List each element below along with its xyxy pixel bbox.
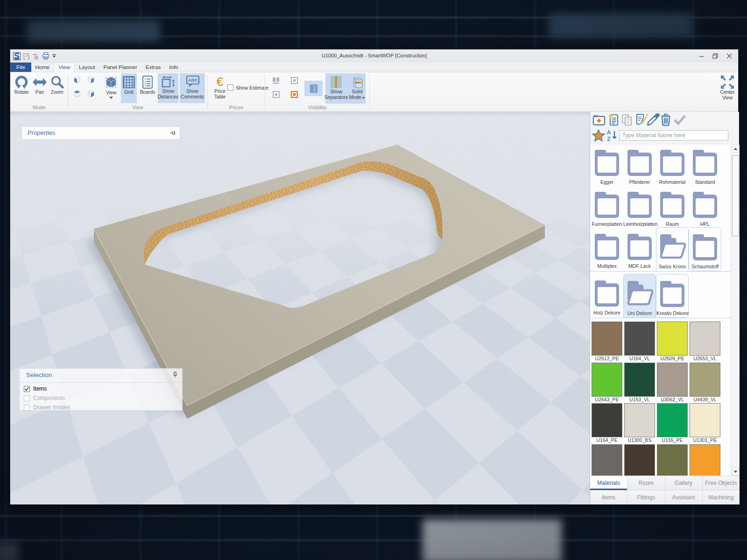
material-search-input[interactable] bbox=[619, 130, 728, 140]
maximize-button[interactable] bbox=[708, 49, 722, 63]
panel-tab-materials[interactable]: Materials bbox=[590, 476, 627, 490]
favorites-star-icon[interactable] bbox=[592, 129, 605, 142]
show-comments-button[interactable]: ABC Show Comments bbox=[180, 73, 205, 103]
panel-tab-assistant[interactable]: Assistant bbox=[665, 490, 703, 504]
material-swatch-U155_PE[interactable]: U155_PE bbox=[656, 403, 689, 443]
checkbox-unchecked[interactable] bbox=[24, 405, 30, 411]
panel-tab-free-objects[interactable]: Free Objects bbox=[703, 476, 740, 490]
material-swatch-U4439_VL[interactable]: U4439_VL bbox=[689, 363, 721, 402]
folder-swiss-krono[interactable]: Swiss Krono bbox=[656, 227, 689, 271]
tab-extras[interactable]: Extras bbox=[141, 63, 165, 72]
tab-home[interactable]: Home bbox=[31, 63, 54, 72]
copy-icon[interactable] bbox=[621, 114, 633, 126]
panel-tab-room[interactable]: Room bbox=[627, 476, 665, 490]
materials-scrollbar[interactable] bbox=[731, 145, 740, 476]
delete-icon[interactable] bbox=[660, 113, 672, 126]
visibility-doors-button[interactable] bbox=[304, 81, 323, 96]
show-distances-button[interactable]: Show Distances bbox=[158, 73, 178, 103]
print-icon[interactable] bbox=[42, 52, 49, 60]
rotate-button[interactable]: Rotate bbox=[11, 73, 32, 103]
show-estimate-checkbox[interactable]: Show Estimate bbox=[227, 84, 268, 91]
tab-panel-planner[interactable]: Panel Planner bbox=[99, 63, 141, 72]
checkbox-checked[interactable] bbox=[24, 386, 30, 392]
new-material-icon[interactable] bbox=[607, 113, 620, 126]
view-dropdown-button[interactable]: View bbox=[100, 73, 122, 103]
checkbox-components[interactable]: Components bbox=[24, 395, 65, 401]
checkbox-drawer-insides[interactable]: Drawer Insides bbox=[24, 404, 70, 411]
visibility-sides-button[interactable] bbox=[271, 90, 281, 99]
panel-tab-items[interactable]: Items bbox=[590, 490, 627, 504]
minimize-button[interactable] bbox=[694, 49, 708, 63]
folder-raum[interactable]: Raum bbox=[656, 188, 689, 229]
folder-kreativ-dekore[interactable]: Kreativ Dekore bbox=[656, 274, 689, 318]
visibility-fronts-button[interactable] bbox=[271, 76, 281, 85]
folder-leimholzplatten[interactable]: Leimholzplatten bbox=[623, 188, 656, 229]
material-swatch-U164_VL[interactable]: U164_VL bbox=[623, 322, 656, 361]
folder-mdf-lack[interactable]: MDF Lack bbox=[623, 230, 656, 272]
checkbox-unchecked[interactable] bbox=[24, 395, 30, 401]
viewport-3d[interactable]: Properties Selection bbox=[10, 112, 590, 504]
folder-schaumstoff[interactable]: Schaumstoff bbox=[689, 227, 721, 271]
panel-tab-machining[interactable]: Machining bbox=[703, 490, 740, 504]
pin-icon[interactable] bbox=[172, 371, 178, 378]
panel-tab-fittings[interactable]: Fittings bbox=[627, 490, 665, 504]
show-separators-button[interactable]: Show Separators bbox=[324, 73, 348, 103]
folder-uni-dekore[interactable]: Uni Dekore bbox=[623, 274, 656, 318]
selection-panel[interactable]: Selection Items bbox=[19, 368, 183, 411]
folder-hpl[interactable]: HPL bbox=[689, 188, 721, 229]
apply-icon[interactable] bbox=[673, 114, 686, 126]
view-left-button[interactable] bbox=[72, 75, 82, 84]
material-swatch-U2653_VL[interactable]: U2653_VL bbox=[689, 322, 721, 361]
panel-tab-gallery[interactable]: Gallery bbox=[665, 476, 703, 490]
material-swatch-swatch[interactable] bbox=[591, 444, 623, 476]
material-swatch-U2512_PE[interactable]: U2512_PE bbox=[591, 322, 623, 361]
checkbox-unchecked[interactable] bbox=[227, 84, 233, 91]
scroll-down-button[interactable] bbox=[732, 468, 740, 476]
close-button[interactable] bbox=[722, 49, 736, 63]
zoom-button[interactable]: Zoom bbox=[49, 73, 65, 103]
material-swatch-swatch[interactable] bbox=[656, 444, 689, 476]
tab-file[interactable]: File bbox=[10, 63, 31, 72]
material-swatch-U164_PE[interactable]: U164_PE bbox=[591, 403, 623, 443]
view-front-button[interactable] bbox=[72, 89, 82, 98]
folder-furnierplatten[interactable]: Furnierplatten bbox=[591, 188, 623, 229]
edit-material-icon[interactable] bbox=[634, 113, 648, 126]
view-right-button[interactable] bbox=[86, 75, 96, 84]
pin-icon[interactable] bbox=[169, 130, 176, 136]
folder-rohmaterial[interactable]: Rohmaterial bbox=[656, 146, 689, 187]
scrollbar-thumb[interactable] bbox=[732, 155, 739, 236]
checkbox-items[interactable]: Items bbox=[24, 385, 47, 392]
visibility-backs-button[interactable] bbox=[289, 90, 299, 99]
tab-view[interactable]: View bbox=[54, 63, 75, 72]
folder-multiplex[interactable]: Multiplex bbox=[591, 230, 623, 272]
material-swatch-U1301_PE[interactable]: U1301_PE bbox=[689, 403, 721, 443]
new-folder-icon[interactable] bbox=[592, 114, 606, 126]
qat-dropdown-icon[interactable] bbox=[52, 54, 56, 58]
folder-holz-dekore[interactable]: Holz Dekore bbox=[591, 277, 623, 319]
material-swatch-U2509_PE[interactable]: U2509_PE bbox=[656, 322, 689, 361]
folder-egger[interactable]: Egger bbox=[591, 146, 623, 187]
grid-button[interactable]: Grid bbox=[121, 73, 137, 103]
tab-layout[interactable]: Layout bbox=[75, 63, 99, 72]
center-view-button[interactable]: Center View bbox=[717, 73, 738, 103]
tab-info[interactable]: Info bbox=[165, 63, 182, 72]
material-swatch-U1300_BS[interactable]: U1300_BS bbox=[623, 403, 656, 443]
view-back-button[interactable] bbox=[86, 89, 96, 98]
solid-mode-button[interactable]: Solid Mode bbox=[349, 73, 366, 103]
boards-button[interactable]: Boards bbox=[138, 73, 157, 103]
material-swatch-U153_VL[interactable]: U153_VL bbox=[623, 363, 656, 402]
eyedropper-icon[interactable] bbox=[647, 113, 660, 126]
app-logo-icon[interactable] bbox=[13, 52, 21, 60]
pan-button[interactable]: Pan bbox=[31, 73, 48, 103]
material-swatch-swatch[interactable] bbox=[623, 444, 656, 476]
material-swatch-swatch[interactable] bbox=[689, 444, 721, 476]
material-swatch-U3062_VL[interactable]: U3062_VL bbox=[656, 363, 689, 402]
import-icon[interactable] bbox=[32, 52, 40, 60]
visibility-tops-button[interactable] bbox=[289, 76, 299, 85]
save-icon[interactable] bbox=[23, 53, 30, 60]
sort-az-icon[interactable]: A Z bbox=[606, 129, 620, 142]
folder-pfleiderer[interactable]: Pfleiderer bbox=[623, 146, 656, 187]
scroll-up-button[interactable] bbox=[732, 145, 740, 153]
properties-panel[interactable]: Properties bbox=[21, 126, 180, 140]
folder-standard[interactable]: Standard bbox=[689, 146, 721, 187]
